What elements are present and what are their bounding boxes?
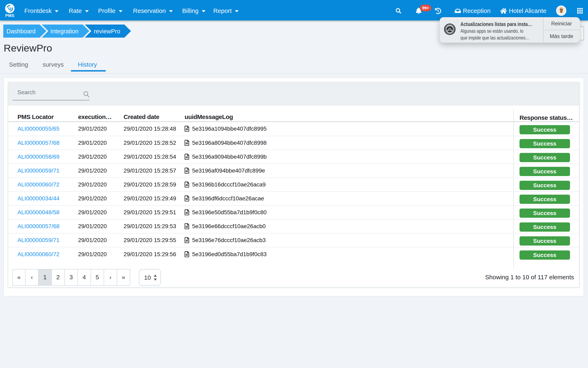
svg-text:reviewPro: reviewPro xyxy=(94,28,120,35)
svg-text:Integration: Integration xyxy=(50,28,79,35)
svg-text:Dashboard: Dashboard xyxy=(7,28,36,35)
